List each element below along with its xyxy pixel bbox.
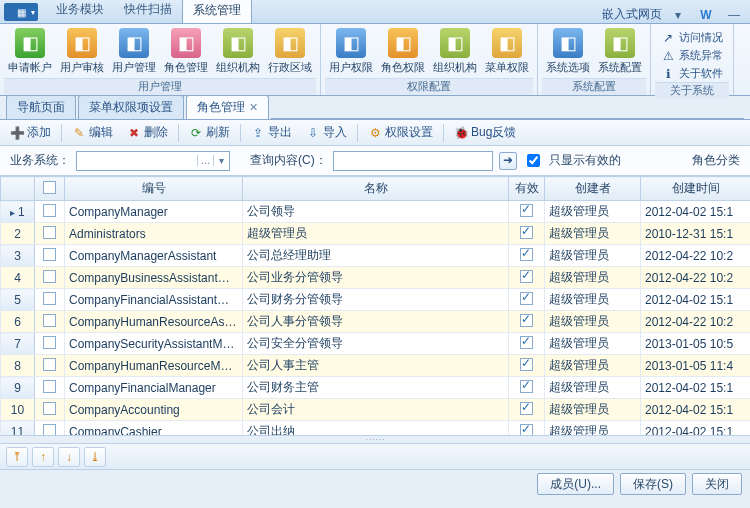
ribbon-item[interactable]: ◧用户审核 [56,26,108,78]
chevron-down-icon[interactable]: ▾ [213,155,229,166]
row-checkbox[interactable] [43,270,56,283]
row-checkbox[interactable] [43,336,56,349]
about-item-label: 访问情况 [679,30,723,45]
column-header[interactable]: 创建者 [545,177,641,201]
ribbon-item[interactable]: ◧申请帐户 [4,26,56,78]
move-up-button[interactable]: ↑ [32,447,54,467]
delete-button[interactable]: ✖删除 [123,122,172,143]
valid-checkbox[interactable] [520,424,533,437]
row-checkbox[interactable] [43,248,56,261]
row-checkbox[interactable] [43,204,56,217]
system-combo[interactable]: … ▾ [76,151,230,171]
ribbon-item-label: 菜单权限 [485,60,529,75]
menu-tab[interactable]: 系统管理 [182,0,252,23]
combo-clear-icon[interactable]: … [197,155,213,166]
select-all-checkbox[interactable] [43,181,56,194]
document-tab[interactable]: 角色管理✕ [186,95,269,119]
embedded-page-label[interactable]: 嵌入式网页 [602,6,662,23]
user-perm-icon: ◧ [336,28,366,58]
ribbon-item[interactable]: ◧组织机构 [212,26,264,78]
ribbon-item[interactable]: ◧角色权限 [377,26,429,78]
document-tab[interactable]: 导航页面 [6,95,76,119]
minimize-icon[interactable]: — [722,8,746,22]
table-row[interactable]: 7CompanySecurityAssistantManager公司安全分管领导… [1,333,751,355]
splitter-handle[interactable]: ⋯⋯ [0,436,750,444]
column-header[interactable] [35,177,65,201]
row-checkbox[interactable] [43,292,56,305]
about-item[interactable]: ⚠系统异常 [661,47,723,64]
search-go-button[interactable]: ➜ [499,152,517,170]
ribbon-item[interactable]: ◧角色管理 [160,26,212,78]
dropdown-icon[interactable]: ▾ [666,8,690,22]
column-header[interactable] [1,177,35,201]
ribbon-item[interactable]: ◧用户管理 [108,26,160,78]
menu-tab[interactable]: 快件扫描 [114,0,182,23]
valid-checkbox[interactable] [520,270,533,283]
save-button[interactable]: 保存(S) [620,473,686,495]
app-menu-button[interactable]: ▦ [4,3,38,21]
valid-checkbox[interactable] [520,248,533,261]
edit-button[interactable]: ✎编辑 [68,122,117,143]
valid-checkbox[interactable] [520,336,533,349]
help-icon[interactable]: W [694,8,718,22]
grid-area[interactable]: 编号名称有效创建者创建时间 1CompanyManager公司领导超级管理员20… [0,176,750,436]
valid-checkbox[interactable] [520,314,533,327]
valid-checkbox[interactable] [520,292,533,305]
ribbon-item[interactable]: ◧系统选项 [542,26,594,78]
table-row[interactable]: 9CompanyFinancialManager公司财务主管超级管理员2012-… [1,377,751,399]
import-button[interactable]: ⇩导入 [302,122,351,143]
only-valid-checkbox[interactable] [527,154,540,167]
cell-time: 2013-01-05 11:4 [641,355,751,377]
ribbon-item[interactable]: ◧行政区域 [264,26,316,78]
row-checkbox[interactable] [43,402,56,415]
permission-button[interactable]: ⚙权限设置 [364,122,437,143]
query-input[interactable] [333,151,493,171]
table-row[interactable]: 1CompanyManager公司领导超级管理员2012-04-02 15:1 [1,201,751,223]
table-row[interactable]: 4CompanyBusinessAssistantManager公司业务分管领导… [1,267,751,289]
row-checkbox[interactable] [43,358,56,371]
table-row[interactable]: 5CompanyFinancialAssistantManager公司财务分管领… [1,289,751,311]
about-item[interactable]: ℹ关于软件 [661,65,723,82]
column-header[interactable]: 创建时间 [641,177,751,201]
cell-creator: 超级管理员 [545,223,641,245]
column-header[interactable]: 名称 [243,177,509,201]
ribbon-item[interactable]: ◧组织机构 [429,26,481,78]
ribbon-item[interactable]: ◧系统配置 [594,26,646,78]
valid-checkbox[interactable] [520,226,533,239]
move-bottom-button[interactable]: ⤓ [84,447,106,467]
move-down-button[interactable]: ↓ [58,447,80,467]
valid-checkbox[interactable] [520,380,533,393]
row-checkbox[interactable] [43,226,56,239]
close-button[interactable]: 关闭 [692,473,742,495]
export-icon: ⇪ [251,126,265,140]
table-row[interactable]: 10CompanyAccounting公司会计超级管理员2012-04-02 1… [1,399,751,421]
refresh-button[interactable]: ⟳刷新 [185,122,234,143]
valid-checkbox[interactable] [520,402,533,415]
plus-icon: ➕ [10,126,24,140]
about-item[interactable]: ↗访问情况 [661,29,723,46]
cell-code: CompanyManagerAssistant [65,245,243,267]
row-checkbox[interactable] [43,380,56,393]
member-button[interactable]: 成员(U)... [537,473,614,495]
row-checkbox[interactable] [43,314,56,327]
bug-button[interactable]: 🐞Bug反馈 [450,122,520,143]
add-button[interactable]: ➕添加 [6,122,55,143]
table-row[interactable]: 3CompanyManagerAssistant公司总经理助理超级管理员2012… [1,245,751,267]
ribbon-item[interactable]: ◧用户权限 [325,26,377,78]
export-button[interactable]: ⇪导出 [247,122,296,143]
row-checkbox[interactable] [43,424,56,437]
close-tab-icon[interactable]: ✕ [249,101,258,114]
system-input[interactable] [77,152,197,170]
valid-checkbox[interactable] [520,358,533,371]
document-tab[interactable]: 菜单权限项设置 [78,95,184,119]
move-top-button[interactable]: ⤒ [6,447,28,467]
column-header[interactable]: 编号 [65,177,243,201]
menu-tab[interactable]: 业务模块 [46,0,114,23]
column-header[interactable]: 有效 [509,177,545,201]
valid-checkbox[interactable] [520,204,533,217]
table-row[interactable]: 6CompanyHumanResourceAssista...公司人事分管领导超… [1,311,751,333]
table-row[interactable]: 2Administrators超级管理员超级管理员2010-12-31 15:1 [1,223,751,245]
ribbon-item[interactable]: ◧菜单权限 [481,26,533,78]
cell-name: 公司会计 [243,399,509,421]
table-row[interactable]: 8CompanyHumanResourceManager公司人事主管超级管理员2… [1,355,751,377]
